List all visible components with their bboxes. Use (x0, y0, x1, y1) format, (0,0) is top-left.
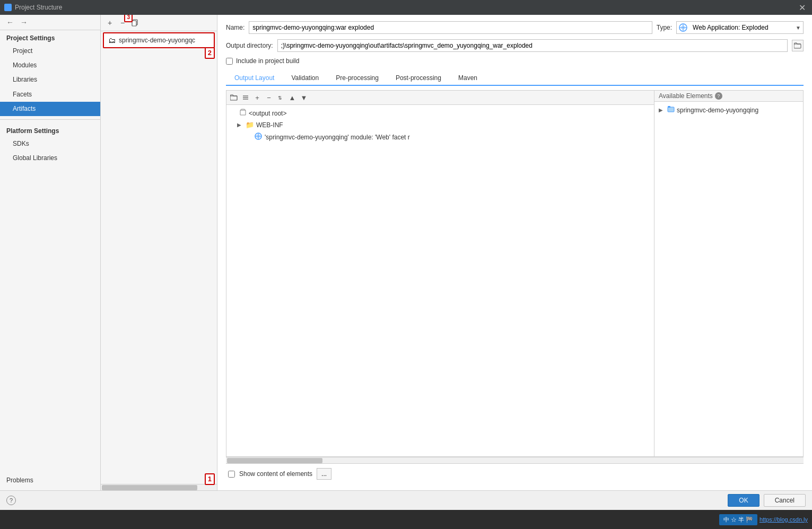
annotation-2: 2 (205, 47, 215, 59)
artifact-list-panel: + − 3 🗂 springmvc-demo-yuyongqc (101, 15, 217, 490)
tree-item-output-root[interactable]: <output root> (226, 107, 654, 119)
include-in-build-row: Include in project build (226, 57, 804, 65)
browse-output-dir-button[interactable] (792, 40, 804, 51)
output-dir-label: Output directory: (226, 42, 273, 49)
tree-item-module-facet[interactable]: 'springmvc-demo-yuyongqing' module: 'Web… (226, 130, 654, 144)
layout-folder-button[interactable] (229, 92, 239, 103)
sidebar-item-modules[interactable]: Modules (0, 58, 100, 73)
tab-pre-processing[interactable]: Pre-processing (327, 71, 387, 86)
available-elements-tree: ▶ springmvc-demo-yuyongqing (654, 102, 803, 456)
show-content-row: Show content of elements ... (226, 463, 804, 484)
tree-item-output-root-label: <output root> (249, 110, 286, 117)
window-title: Project Structure (15, 4, 62, 11)
svg-rect-9 (794, 44, 801, 48)
tree-item-webinf-label: WEB-INF (256, 121, 283, 129)
include-in-build-checkbox[interactable] (226, 58, 233, 65)
taskbar-icons: 中 ☆ 半 🏁 (723, 516, 753, 524)
available-elements-panel: Available Elements ? ▶ (654, 91, 803, 456)
artifact-item-icon: 🗂 (108, 36, 116, 45)
type-select-wrapper: Web Application: Exploded ▼ (676, 21, 804, 34)
type-select[interactable]: Web Application: Exploded (689, 22, 796, 33)
svg-rect-1 (8, 4, 11, 7)
tab-validation[interactable]: Validation (283, 71, 327, 86)
tab-maven[interactable]: Maven (450, 71, 486, 86)
type-icon (678, 23, 688, 32)
show-content-ellipsis-button[interactable]: ... (317, 468, 331, 480)
sidebar-item-problems[interactable]: Problems (0, 474, 100, 486)
available-elements-header: Available Elements ? (654, 91, 803, 102)
layout-down-button[interactable]: ▼ (299, 92, 309, 103)
layout-list-button[interactable] (240, 92, 251, 103)
name-row: Name: Type: (226, 21, 804, 34)
nav-back-button[interactable]: ← (4, 17, 16, 28)
layout-toolbar: + − ⇅ ▲ ▼ (226, 91, 654, 105)
tree-item-webinf[interactable]: ▶ 📁 WEB-INF (226, 119, 654, 130)
svg-text:⇅: ⇅ (278, 95, 282, 101)
layout-remove-button[interactable]: − (264, 92, 274, 103)
platform-settings-header: Platform Settings (0, 123, 100, 137)
sidebar-item-artifacts[interactable]: Artifacts (0, 102, 100, 116)
help-icon[interactable]: ? (715, 92, 722, 100)
layout-up-button[interactable]: ▲ (287, 92, 298, 103)
sidebar: ← → Project Settings Project Modules Lib… (0, 15, 101, 490)
svg-rect-2 (5, 8, 7, 11)
sidebar-nav: ← → (0, 15, 100, 30)
available-elements-label: Available Elements (659, 92, 713, 100)
tree-arrow-webinf: ▶ (237, 122, 243, 128)
webinf-folder-icon: 📁 (246, 121, 254, 129)
annotation-3: 3 (124, 15, 133, 22)
add-artifact-button[interactable]: + (104, 17, 116, 29)
type-label: Type: (657, 24, 672, 31)
artifact-item[interactable]: 🗂 springmvc-demo-yuyongqc (103, 32, 215, 48)
svg-rect-0 (5, 4, 7, 7)
tab-output-layout[interactable]: Output Layout (226, 71, 283, 86)
sidebar-item-libraries[interactable]: Libraries (0, 73, 100, 87)
svg-rect-18 (668, 107, 674, 112)
svg-rect-10 (230, 96, 237, 100)
layout-sort-button[interactable]: ⇅ (275, 92, 286, 103)
module-icon (254, 132, 263, 142)
svg-rect-3 (8, 8, 11, 11)
cancel-button[interactable]: Cancel (764, 494, 806, 507)
layout-add-button[interactable]: + (252, 92, 263, 103)
details-panel: Name: Type: (217, 15, 812, 490)
layout-tree-panel: + − ⇅ ▲ ▼ (226, 91, 654, 456)
type-select-arrow: ▼ (796, 25, 803, 31)
name-label: Name: (226, 24, 245, 31)
project-settings-header: Project Settings (0, 30, 100, 44)
available-arrow-module: ▶ (659, 107, 665, 113)
app-icon (4, 4, 12, 11)
name-input[interactable] (249, 21, 652, 34)
show-content-checkbox[interactable] (228, 471, 235, 478)
close-button[interactable]: ✕ (797, 3, 808, 13)
taskbar-app-item[interactable]: 中 ☆ 半 🏁 (719, 514, 757, 525)
artifact-list-scrollbar[interactable] (101, 484, 217, 490)
show-content-label[interactable]: Show content of elements (239, 470, 312, 478)
nav-forward-button[interactable]: → (18, 17, 30, 28)
available-tree-item-module-label: springmvc-demo-yuyongqing (677, 107, 758, 114)
output-root-icon (239, 109, 247, 118)
output-dir-row: Output directory: ;)\springmvc-demo-yuyo… (226, 39, 804, 52)
artifact-toolbar: + − 3 (101, 15, 217, 31)
tree-item-module-label: 'springmvc-demo-yuyongqing' module: 'Web… (265, 134, 410, 141)
sidebar-item-facets[interactable]: Facets (0, 87, 100, 102)
annotation-1: 1 (205, 473, 215, 485)
tab-post-processing[interactable]: Post-processing (387, 71, 450, 86)
layout-scrollbar[interactable] (226, 457, 804, 463)
sidebar-item-sdks[interactable]: SDKs (0, 137, 100, 151)
output-layout-tree: <output root> ▶ 📁 WEB-INF (226, 105, 654, 456)
bottom-bar: ? OK Cancel (0, 490, 812, 510)
title-bar: Project Structure ✕ (0, 0, 812, 15)
include-in-build-label[interactable]: Include in project build (236, 57, 299, 65)
layout-area: + − ⇅ ▲ ▼ (226, 90, 804, 457)
artifact-item-name: springmvc-demo-yuyongqc (119, 37, 195, 44)
taskbar-url[interactable]: https://blog.csdn.ly (759, 516, 808, 523)
ok-button[interactable]: OK (728, 494, 759, 507)
svg-rect-5 (132, 21, 136, 26)
sidebar-item-project[interactable]: Project (0, 44, 100, 58)
taskbar: 中 ☆ 半 🏁 https://blog.csdn.ly (0, 510, 812, 529)
sidebar-item-global-libraries[interactable]: Global Libraries (0, 151, 100, 165)
available-tree-item-module[interactable]: ▶ springmvc-demo-yuyongqing (654, 104, 803, 116)
available-module-icon (667, 105, 675, 114)
help-button[interactable]: ? (6, 496, 16, 505)
